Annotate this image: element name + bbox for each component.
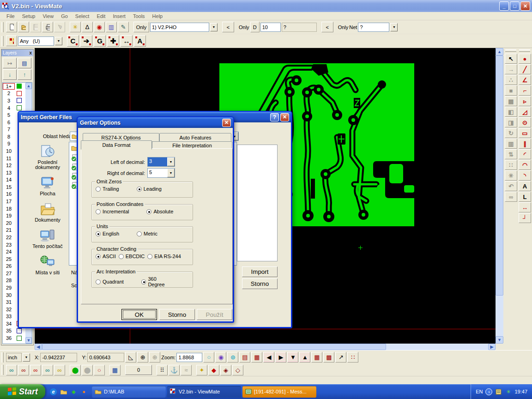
filter-combo[interactable]: Any (U) [18,36,54,46]
goto-arrow-button[interactable]: ➔ [80,35,92,47]
flash-white-button[interactable]: ✦ [196,365,207,375]
highlight-g-button[interactable]: G [94,35,106,47]
rectangle-tool[interactable]: ▭ [519,128,531,138]
tab-auto-features[interactable]: Auto Features [159,133,231,142]
scroll-up-icon[interactable]: ▲ [496,48,503,55]
highlight-pads-button[interactable]: ↔ [121,35,133,47]
view-trace-button[interactable]: ∞ [42,365,53,375]
app-launch-icon[interactable]: ◆ [70,388,77,395]
layer-swatch[interactable] [17,98,22,103]
scroll-left-icon[interactable]: ◀ [35,344,42,350]
arc-cw-tool[interactable]: ◝ [519,170,531,181]
view-pads-button[interactable]: ∞ [6,365,17,375]
corner-line-tool[interactable]: ∠ [519,75,531,85]
status2-handle[interactable] [1,365,4,375]
pan-right-button[interactable]: ▶ [275,352,286,363]
import-cancel-button[interactable]: Storno [242,278,278,289]
net-combo[interactable]: ? [358,23,389,32]
language-indicator[interactable]: EN [476,389,483,394]
dcode-button[interactable]: D [250,22,260,32]
flash-s-button[interactable]: ◈ [220,365,231,375]
new-file-button[interactable] [6,22,17,32]
ok-button[interactable]: OK [121,309,157,320]
origin-target-button[interactable]: ⊕ [137,352,148,363]
dot-grid-button[interactable]: ⠿ [157,365,168,375]
menu-edit[interactable]: Edit [93,13,109,19]
left-of-decimal-combo[interactable]: 3 ▼ [147,157,175,167]
layer-swatch[interactable] [17,328,22,333]
view-sketch-button[interactable]: ∞ [54,365,65,375]
radio-quadrant[interactable]: Quadrant [96,276,124,287]
unit-combo[interactable]: inch [6,353,22,362]
pan-left-button[interactable]: ◀ [263,352,274,363]
layer-combo[interactable]: 1) V2.PHO [150,23,209,32]
right-of-decimal-combo[interactable]: 5 ▼ [147,168,175,178]
scroll-down-icon[interactable]: ▼ [496,336,503,344]
quad-view-button[interactable]: ▦ [109,365,121,375]
only-layer-button[interactable]: Only [133,22,149,32]
minimize-button[interactable]: _ [499,1,509,11]
view-flash-button[interactable]: ∞ [30,365,41,375]
maximize-button[interactable]: □ [510,1,520,11]
place-documents[interactable]: Dokumenty [35,202,60,223]
menu-setup[interactable]: Setup [18,13,39,19]
zoom-value-input[interactable]: 1.8868 [176,353,202,362]
net-combo-arrow-icon[interactable]: ▼ [390,23,398,31]
import-button[interactable]: Import [242,266,278,277]
toolbar2-handle[interactable] [1,36,4,46]
parallel-lines-tool[interactable]: ∥ [519,139,531,149]
radio-ascii[interactable]: ASCII [96,254,116,259]
right-decimal-arrow-icon[interactable]: ▼ [167,169,175,177]
circle-tool[interactable]: ⊙ [519,117,531,127]
highlight-plus-button[interactable]: ✚ [107,35,119,47]
task-folder[interactable]: D:\MLAB [92,386,166,398]
prev-net-button[interactable]: < [321,22,333,32]
filled-triangle-tool[interactable]: ◿ [519,107,531,117]
layer-table-button[interactable]: ▤ [18,58,31,68]
tray-app-icon[interactable]: ✳ [505,388,512,395]
layer-swatch[interactable] [17,91,22,96]
layer-swatch[interactable] [17,336,22,341]
start-button[interactable]: Start [0,384,45,399]
radio-360-degree[interactable]: 360 Degree [141,276,173,287]
menu-go[interactable]: Go [57,13,72,19]
pan-down-button[interactable]: ▼ [287,352,298,363]
hscroll-thumb[interactable] [42,344,386,350]
folder-launch-icon[interactable] [60,388,67,395]
layer-colors-button[interactable]: ▥ [106,22,117,32]
radio-leading[interactable]: Leading [137,186,162,192]
layer-down-button[interactable]: ↓ [3,69,17,80]
tab-data-format[interactable]: Data Format [81,140,152,150]
lamp-outline-button[interactable]: ○ [94,365,105,375]
menu-select[interactable]: Select [72,13,93,19]
arc-ccw-tool[interactable]: ◜ [519,149,531,159]
grid-film-button[interactable]: ▤ [239,352,250,363]
open-contour-tool[interactable]: ▹ [519,96,531,106]
radio-trailing[interactable]: Trailing [96,186,119,192]
palette-handle[interactable] [519,49,530,52]
menu-help[interactable]: Help [149,13,167,19]
layers-scroll-down-icon[interactable]: ▼ [25,337,32,344]
outline-corner-tool[interactable]: ┘ [519,213,531,223]
zoom-window-button[interactable]: ⊚ [227,352,238,363]
canvas-vscrollbar[interactable]: ▲ ▼ [496,48,503,344]
dcode-input[interactable]: 10 [260,23,281,32]
menu-tools[interactable]: Tools [129,13,149,19]
dialog-help-button[interactable]: ? [270,113,279,121]
left-decimal-arrow-icon[interactable]: ▼ [167,157,175,166]
radio-metric[interactable]: Metric [137,231,157,236]
layers-panel-titlebar[interactable]: Layers x [1,49,33,56]
task-viewmate[interactable]: V2.bin - ViewMate [167,386,241,398]
anchor-button[interactable]: ⚓ [169,365,180,375]
text-tool[interactable]: A [519,181,531,191]
open-file-button[interactable] [18,22,29,32]
task-message[interactable]: [191-482-091] - Mess... [242,386,316,398]
arc-tool[interactable]: ◠ [519,160,531,170]
layers-close-icon[interactable]: x [29,50,32,55]
radio-ebcdic[interactable]: EBCDIC [119,254,145,259]
place-network[interactable]: Místa v síti [36,255,60,275]
dimension-tool[interactable]: ↔ [519,202,531,212]
canvas-hscrollbar[interactable]: ◀ ▶ [35,344,496,350]
protractor-button[interactable]: ◺ [125,352,136,363]
measure-view-button[interactable]: ✎ [118,22,129,32]
